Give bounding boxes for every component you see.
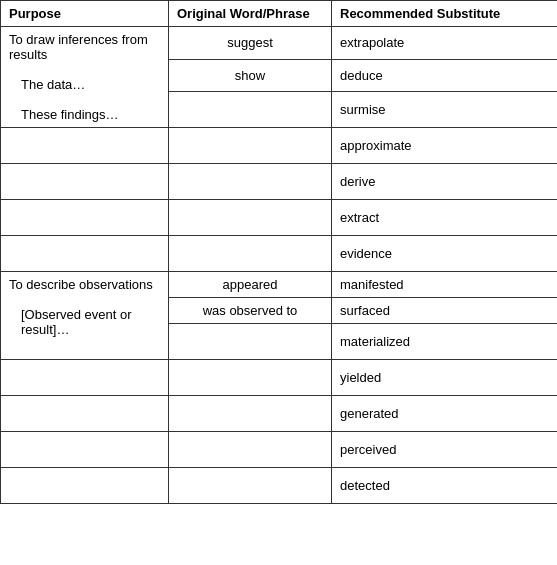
- purpose-empty-obs-3: [1, 432, 169, 468]
- table-row: derive: [1, 164, 558, 200]
- original-empty-obs-5: [169, 468, 332, 504]
- substitute-detected: detected: [332, 468, 558, 504]
- original-empty-4: [169, 200, 332, 236]
- substitute-surmise: surmise: [332, 92, 558, 128]
- substitute-materialized: materialized: [332, 324, 558, 360]
- substitute-extract: extract: [332, 200, 558, 236]
- purpose-label: To draw inferences from results: [9, 32, 160, 62]
- substitute-generated: generated: [332, 396, 558, 432]
- original-empty-3: [169, 164, 332, 200]
- header-original: Original Word/Phrase: [169, 1, 332, 27]
- substitute-approximate: approximate: [332, 128, 558, 164]
- sub-purpose-findings: These findings…: [9, 107, 160, 122]
- table-row: approximate: [1, 128, 558, 164]
- word-substitute-table: Purpose Original Word/Phrase Recommended…: [0, 0, 557, 504]
- purpose-empty-obs-1: [1, 360, 169, 396]
- header-purpose: Purpose: [1, 1, 169, 27]
- table-row: To describe observations [Observed event…: [1, 272, 558, 298]
- substitute-evidence: evidence: [332, 236, 558, 272]
- table-row: perceived: [1, 432, 558, 468]
- sub-purpose-observed: [Observed event or result]…: [9, 307, 160, 337]
- substitute-surfaced: surfaced: [332, 298, 558, 324]
- purpose-empty-4: [1, 236, 169, 272]
- substitute-perceived: perceived: [332, 432, 558, 468]
- table-row: To draw inferences from results The data…: [1, 27, 558, 60]
- header-substitute: Recommended Substitute: [332, 1, 558, 27]
- table-row: generated: [1, 396, 558, 432]
- purpose-empty-3: [1, 200, 169, 236]
- original-was-observed: was observed to: [169, 298, 332, 324]
- original-appeared: appeared: [169, 272, 332, 298]
- purpose-cell-inferences: To draw inferences from results The data…: [1, 27, 169, 128]
- substitute-derive: derive: [332, 164, 558, 200]
- original-empty-obs-3: [169, 396, 332, 432]
- original-suggest: suggest: [169, 27, 332, 60]
- purpose-cell-observations: To describe observations [Observed event…: [1, 272, 169, 360]
- original-show: show: [169, 59, 332, 92]
- purpose-label-observe: To describe observations: [9, 277, 160, 292]
- table-row: yielded: [1, 360, 558, 396]
- substitute-yielded: yielded: [332, 360, 558, 396]
- table-row: evidence: [1, 236, 558, 272]
- purpose-empty-1: [1, 128, 169, 164]
- purpose-empty-obs-2: [1, 396, 169, 432]
- purpose-empty-obs-4: [1, 468, 169, 504]
- table-row: extract: [1, 200, 558, 236]
- original-empty-1: [169, 92, 332, 128]
- purpose-empty-2: [1, 164, 169, 200]
- original-empty-obs-4: [169, 432, 332, 468]
- substitute-deduce: deduce: [332, 59, 558, 92]
- substitute-extrapolate: extrapolate: [332, 27, 558, 60]
- original-empty-obs-1: [169, 324, 332, 360]
- sub-purpose-data: The data…: [9, 77, 160, 92]
- original-empty-2: [169, 128, 332, 164]
- original-empty-obs-2: [169, 360, 332, 396]
- table-row: detected: [1, 468, 558, 504]
- substitute-manifested: manifested: [332, 272, 558, 298]
- original-empty-5: [169, 236, 332, 272]
